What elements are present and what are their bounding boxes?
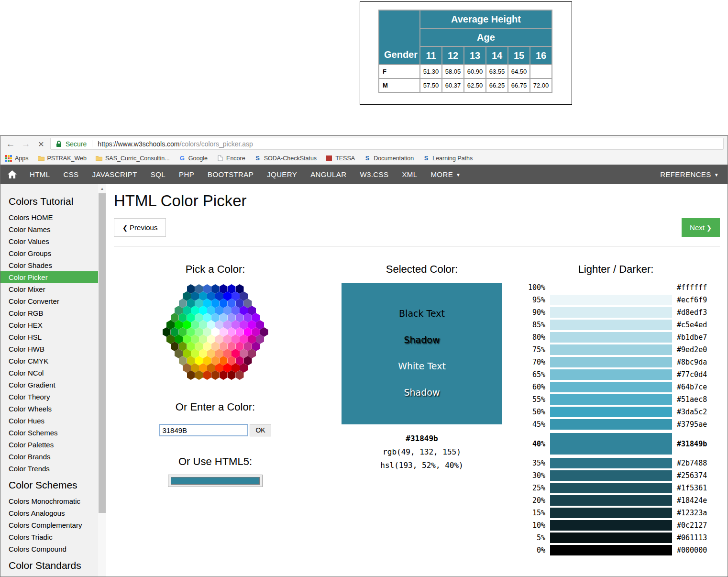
- sidebar-item-color-hex[interactable]: Color HEX: [0, 319, 98, 331]
- nav-item-references[interactable]: REFERENCES▼: [653, 165, 728, 185]
- bookmark-google[interactable]: GGoogle: [179, 155, 208, 162]
- stop-button[interactable]: ×: [35, 138, 47, 150]
- scrollbar-thumb[interactable]: [99, 193, 106, 513]
- forward-button[interactable]: →: [20, 139, 32, 149]
- sidebar-item-color-cmyk[interactable]: Color CMYK: [0, 355, 98, 367]
- sidebar-item-color-hsl[interactable]: Color HSL: [0, 331, 98, 343]
- sidebar-item-colors-monochromatic[interactable]: Colors Monochromatic: [0, 495, 98, 507]
- color-hexagon-map[interactable]: [114, 284, 317, 380]
- color-input[interactable]: [159, 424, 248, 436]
- shade-swatch[interactable]: [550, 320, 672, 330]
- sidebar-item-color-values[interactable]: Color Values: [0, 235, 98, 247]
- shade-swatch[interactable]: [550, 483, 672, 493]
- shade-swatch[interactable]: [550, 545, 672, 555]
- shade-swatch[interactable]: [550, 332, 672, 343]
- nav-item-xml[interactable]: XML: [395, 165, 424, 184]
- chevron-left-icon: ❮: [122, 224, 128, 232]
- sidebar-item-color-converter[interactable]: Color Converter: [0, 295, 98, 307]
- shade-hex-value: #2b7488: [677, 459, 713, 467]
- shade-swatch[interactable]: [550, 344, 672, 355]
- shade-row-20%: 20%#18424e: [518, 495, 713, 506]
- shade-swatch[interactable]: [550, 357, 672, 367]
- nav-item-bootstrap[interactable]: BOOTSTRAP: [201, 165, 260, 184]
- sidebar-item-color-picker[interactable]: Color Picker: [0, 271, 98, 283]
- scrollbar-up-arrow-icon[interactable]: ▲: [98, 184, 106, 191]
- bookmark-encore[interactable]: Encore: [217, 155, 245, 162]
- shade-swatch[interactable]: [550, 307, 672, 318]
- sidebar-item-color-wheels[interactable]: Color Wheels: [0, 403, 98, 415]
- previous-button[interactable]: ❮ Previous: [114, 218, 166, 237]
- bookmark-documentation[interactable]: SDocumentation: [364, 155, 414, 162]
- sidebar-heading-colors-tutorial: Colors Tutorial: [0, 191, 98, 211]
- shade-swatch[interactable]: [550, 533, 672, 543]
- sidebar-item-colors-triadic[interactable]: Colors Triadic: [0, 531, 98, 543]
- shade-swatch[interactable]: [550, 407, 672, 417]
- value-cell: 66.25: [486, 78, 508, 92]
- ok-button[interactable]: OK: [250, 424, 271, 436]
- shade-swatch[interactable]: [550, 495, 672, 506]
- shade-swatch[interactable]: [550, 520, 672, 531]
- sidebar-item-color-trends[interactable]: Color Trends: [0, 463, 98, 475]
- bookmark-soda-checkstatus[interactable]: SSODA-CheckStatus: [254, 155, 317, 162]
- sidebar-item-color-shades[interactable]: Color Shades: [0, 259, 98, 271]
- shade-swatch[interactable]: [550, 470, 672, 481]
- nav-item-html[interactable]: HTML: [23, 165, 56, 184]
- sidebar-item-colors-home[interactable]: Colors HOME: [0, 211, 98, 223]
- shade-swatch[interactable]: [550, 382, 672, 392]
- sidebar-item-color-names[interactable]: Color Names: [0, 223, 98, 235]
- shade-hex-value: #51aec8: [677, 395, 713, 404]
- shade-swatch[interactable]: [550, 433, 672, 455]
- bookmark-tessa[interactable]: TESSA: [326, 155, 355, 162]
- shade-swatch[interactable]: [550, 419, 672, 430]
- avg-height-table-window: Gender Average Height Age 111213141516 F…: [360, 1, 572, 105]
- nav-item-sql[interactable]: SQL: [144, 165, 172, 184]
- sidebar-item-color-groups[interactable]: Color Groups: [0, 247, 98, 259]
- sidebar-item-colors-analogous[interactable]: Colors Analogous: [0, 507, 98, 519]
- sidebar-item-color-gradient[interactable]: Color Gradient: [0, 379, 98, 391]
- shade-hex-value: #b1dbe7: [677, 333, 713, 342]
- bookmark-pstrak-web[interactable]: PSTRAK_Web: [38, 155, 87, 162]
- bookmark-label: Google: [188, 155, 208, 162]
- back-button[interactable]: ←: [4, 139, 17, 149]
- age-col-11: 11: [420, 46, 442, 65]
- nav-item-angular[interactable]: ANGULAR: [304, 165, 353, 184]
- sidebar-item-color-hues[interactable]: Color Hues: [0, 415, 98, 427]
- sidebar-item-colors-compound[interactable]: Colors Compound: [0, 543, 98, 555]
- shade-swatch[interactable]: [550, 458, 672, 468]
- shade-row-65%: 65%#77c0d4: [518, 369, 713, 380]
- nav-item-jquery[interactable]: JQUERY: [260, 165, 304, 184]
- sidebar-item-colors-complementary[interactable]: Colors Complementary: [0, 519, 98, 531]
- sidebar-scrollbar[interactable]: ▲: [98, 184, 106, 577]
- bookmark-apps[interactable]: Apps: [5, 155, 29, 162]
- table-row: M57.5060.3762.5066.2566.7572.00: [379, 78, 552, 92]
- shade-swatch[interactable]: [550, 295, 672, 305]
- sidebar-item-color-ncol[interactable]: Color NCol: [0, 367, 98, 379]
- next-button[interactable]: Next ❯: [682, 218, 720, 237]
- sidebar-item-color-rgb[interactable]: Color RGB: [0, 307, 98, 319]
- nav-item-more[interactable]: MORE▼: [424, 165, 467, 185]
- nav-item-javascript[interactable]: JAVASCRIPT: [85, 165, 143, 184]
- html5-color-input[interactable]: [168, 475, 263, 487]
- bookmark-learning-paths[interactable]: SLearning Paths: [423, 155, 473, 162]
- sidebar-item-color-brands[interactable]: Color Brands: [0, 451, 98, 463]
- nav-item-w3-css[interactable]: W3.CSS: [353, 165, 395, 184]
- nav-item-php[interactable]: PHP: [172, 165, 201, 184]
- sidebar-item-color-schemes[interactable]: Color Schemes: [0, 427, 98, 439]
- shade-percent: 85%: [518, 321, 545, 329]
- sidebar-item-color-mixer[interactable]: Color Mixer: [0, 283, 98, 295]
- shade-percent: 100%: [518, 283, 545, 292]
- shade-swatch[interactable]: [550, 394, 672, 405]
- shade-swatch[interactable]: [550, 282, 672, 293]
- bookmark-sas-curric-consultin[interactable]: SAS_Curric_Consultin...: [96, 155, 170, 162]
- sidebar-item-color-palettes[interactable]: Color Palettes: [0, 439, 98, 451]
- shade-swatch[interactable]: [550, 508, 672, 518]
- sidebar-item-color-hwb[interactable]: Color HWB: [0, 343, 98, 355]
- sidebar-item-color-theory[interactable]: Color Theory: [0, 391, 98, 403]
- sidebar-heading-color-standards: Color Standards: [0, 555, 98, 576]
- shade-hex-value: #0c2127: [677, 521, 713, 530]
- shade-swatch[interactable]: [550, 369, 672, 380]
- address-bar[interactable]: Secure https://www.w3schools.com/colors/…: [50, 138, 724, 150]
- nav-item-css[interactable]: CSS: [56, 165, 85, 184]
- html5-color-swatch: [171, 477, 260, 485]
- home-icon[interactable]: [0, 170, 23, 178]
